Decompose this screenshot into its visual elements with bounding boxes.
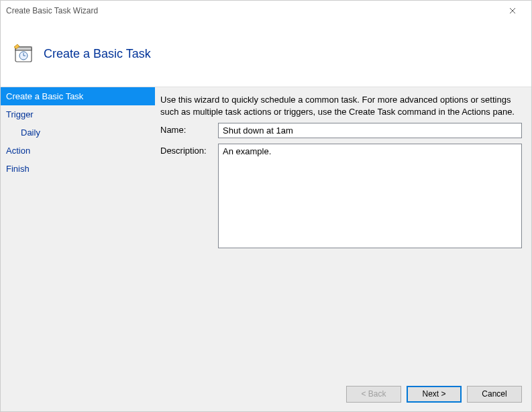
titlebar: Create Basic Task Wizard	[1, 1, 531, 21]
description-row: Description:	[160, 144, 522, 248]
step-action[interactable]: Action	[1, 142, 155, 160]
step-trigger[interactable]: Trigger	[1, 105, 155, 123]
window-title: Create Basic Task Wizard	[6, 6, 499, 15]
name-input[interactable]	[218, 123, 522, 138]
wizard-footer: < Back Next > Cancel	[1, 376, 531, 411]
page-title: Create a Basic Task	[44, 47, 151, 61]
name-row: Name:	[160, 123, 522, 138]
step-create-basic-task[interactable]: Create a Basic Task	[1, 87, 155, 105]
wizard-content: Use this wizard to quickly schedule a co…	[155, 87, 531, 376]
wizard-window: Create Basic Task Wizard Create a Basic …	[0, 0, 532, 412]
step-daily[interactable]: Daily	[1, 123, 155, 142]
close-icon	[509, 7, 516, 14]
wizard-body: Create a Basic Task Trigger Daily Action…	[1, 87, 531, 376]
wizard-header: Create a Basic Task	[1, 21, 531, 87]
description-input[interactable]	[218, 144, 522, 248]
back-button: < Back	[346, 386, 401, 403]
next-button[interactable]: Next >	[407, 386, 462, 403]
scheduler-icon	[13, 43, 34, 64]
intro-text: Use this wizard to quickly schedule a co…	[160, 94, 522, 117]
name-label: Name:	[160, 123, 218, 135]
close-button[interactable]	[499, 1, 526, 20]
wizard-steps: Create a Basic Task Trigger Daily Action…	[1, 87, 155, 376]
step-finish[interactable]: Finish	[1, 160, 155, 178]
description-label: Description:	[160, 144, 218, 156]
cancel-button[interactable]: Cancel	[467, 386, 522, 403]
